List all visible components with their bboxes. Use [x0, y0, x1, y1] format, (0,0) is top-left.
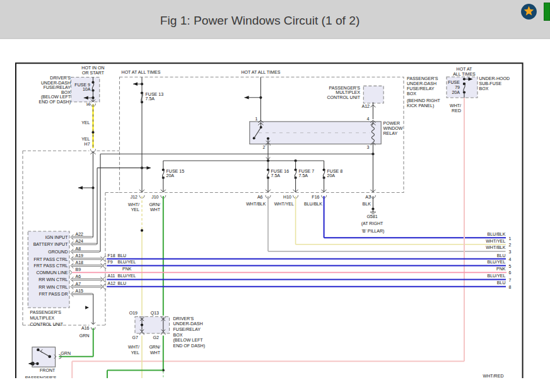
- svg-text:WHT: WHT: [150, 350, 161, 355]
- svg-text:WHT/RED: WHT/RED: [483, 374, 504, 378]
- svg-text:BLU: BLU: [118, 281, 127, 285]
- svg-text:3: 3: [509, 250, 512, 254]
- svg-text:G7: G7: [132, 335, 138, 340]
- svg-text:COMMUN LINE: COMMUN LINE: [36, 270, 67, 275]
- svg-text:A8: A8: [76, 246, 81, 251]
- svg-text:A24: A24: [76, 239, 84, 243]
- svg-text:20A: 20A: [167, 173, 175, 178]
- svg-text:7: 7: [509, 278, 512, 282]
- svg-text:FRT PASS CTRL: FRT PASS CTRL: [33, 263, 67, 268]
- svg-text:BOX: BOX: [61, 90, 71, 95]
- svg-text:GRN/: GRN/: [149, 202, 160, 207]
- svg-text:G2: G2: [153, 335, 159, 340]
- svg-text:(BEHIND RIGHT: (BEHIND RIGHT: [407, 98, 441, 103]
- svg-text:G581: G581: [366, 214, 377, 219]
- svg-text:A19: A19: [76, 253, 84, 258]
- svg-text:A11: A11: [108, 274, 115, 278]
- svg-text:BLU/YEL: BLU/YEL: [118, 274, 136, 278]
- svg-text:SUB-FUSE: SUB-FUSE: [479, 81, 502, 86]
- svg-text:GRN: GRN: [79, 333, 90, 338]
- svg-text:4: 4: [367, 117, 370, 121]
- svg-text:A6: A6: [257, 195, 263, 199]
- svg-text:B9: B9: [76, 267, 81, 272]
- svg-text:PNK: PNK: [496, 267, 506, 271]
- svg-text:WHT/YEL: WHT/YEL: [274, 202, 294, 206]
- svg-text:YEL: YEL: [131, 207, 139, 212]
- svg-text:END OF DASH): END OF DASH): [173, 343, 206, 349]
- svg-text:(AT RIGHT: (AT RIGHT: [361, 221, 383, 226]
- svg-text:BLU/BLK: BLU/BLK: [488, 232, 506, 236]
- svg-text:7.5A: 7.5A: [271, 173, 281, 178]
- svg-text:F9: F9: [108, 260, 113, 264]
- svg-text:YEL: YEL: [81, 137, 90, 141]
- svg-text:FUSE 15: FUSE 15: [167, 169, 185, 173]
- svg-text:FUSE/RELAY: FUSE/RELAY: [407, 86, 435, 91]
- svg-text:UNDER-DASH: UNDER-DASH: [173, 321, 203, 326]
- svg-text:FUSE/RELAY: FUSE/RELAY: [173, 327, 201, 331]
- svg-text:A7: A7: [76, 282, 81, 286]
- svg-text:CONTROL UNIT: CONTROL UNIT: [327, 95, 360, 100]
- svg-text:FUSE 9: FUSE 9: [74, 83, 90, 87]
- svg-text:20A: 20A: [452, 90, 460, 95]
- svg-text:1: 1: [255, 117, 258, 121]
- svg-text:5: 5: [509, 264, 512, 268]
- svg-text:CONTROL UNIT: CONTROL UNIT: [30, 322, 64, 326]
- svg-text:PASSENGER'S: PASSENGER'S: [30, 310, 62, 314]
- svg-text:PNK: PNK: [122, 267, 132, 271]
- svg-text:FRT PASS DR: FRT PASS DR: [39, 292, 68, 296]
- svg-text:BLU/BLK: BLU/BLK: [304, 202, 322, 206]
- svg-text:HOT IN ON: HOT IN ON: [81, 66, 104, 70]
- svg-text:RED: RED: [452, 108, 461, 113]
- svg-text:7.5A: 7.5A: [299, 173, 308, 178]
- svg-text:FUSE 8: FUSE 8: [327, 169, 343, 173]
- svg-text:20A: 20A: [327, 173, 336, 178]
- svg-text:BATTERY INPUT: BATTERY INPUT: [33, 242, 69, 246]
- svg-text:KICK PANEL): KICK PANEL): [407, 103, 434, 108]
- svg-text:J10: J10: [151, 195, 158, 199]
- svg-text:FRONT: FRONT: [40, 368, 56, 372]
- svg-text:PASSENGER'S: PASSENGER'S: [329, 86, 361, 90]
- svg-text:I4: I4: [86, 102, 90, 107]
- svg-text:GRN/: GRN/: [149, 345, 160, 349]
- svg-text:BLU: BLU: [497, 253, 506, 258]
- svg-text:BLU/YEL: BLU/YEL: [488, 260, 506, 264]
- svg-text:WHT: WHT: [150, 207, 161, 212]
- svg-text:'B' PILLAR): 'B' PILLAR): [361, 229, 384, 234]
- svg-text:A18: A18: [76, 260, 84, 265]
- svg-text:END OF DASH): END OF DASH): [38, 100, 71, 105]
- svg-text:WHT/: WHT/: [128, 202, 139, 207]
- svg-text:DRIVER'S: DRIVER'S: [50, 76, 71, 80]
- svg-text:GRN: GRN: [61, 351, 71, 355]
- svg-text:PASSENGER'S: PASSENGER'S: [407, 76, 438, 81]
- svg-text:FUSE 13: FUSE 13: [146, 92, 164, 96]
- svg-text:BLU/YEL: BLU/YEL: [488, 274, 506, 278]
- svg-text:FUSE 16: FUSE 16: [271, 169, 290, 173]
- svg-text:MULTIPLEX: MULTIPLEX: [336, 90, 360, 95]
- svg-text:WHT/BLK: WHT/BLK: [486, 245, 506, 250]
- svg-text:F16: F16: [312, 195, 319, 199]
- svg-text:WHT/YEL: WHT/YEL: [486, 239, 505, 243]
- svg-text:A12: A12: [361, 104, 370, 108]
- svg-text:POWER: POWER: [383, 121, 401, 125]
- svg-text:MULTIPLEX: MULTIPLEX: [30, 316, 55, 320]
- svg-text:YEL: YEL: [131, 350, 139, 355]
- svg-text:8: 8: [509, 285, 512, 289]
- svg-text:YEL: YEL: [81, 120, 90, 125]
- svg-text:HOT AT ALL TIMES: HOT AT ALL TIMES: [241, 70, 280, 74]
- svg-text:3: 3: [367, 145, 370, 149]
- svg-text:RR WIN CTRL: RR WIN CTRL: [38, 277, 67, 282]
- svg-text:BOX: BOX: [407, 91, 416, 96]
- svg-text:10A: 10A: [83, 87, 91, 91]
- svg-text:4: 4: [509, 257, 512, 262]
- svg-text:A15: A15: [76, 289, 84, 293]
- svg-text:79: 79: [455, 85, 460, 89]
- svg-text:BOX: BOX: [479, 86, 489, 91]
- svg-text:UNDER-DASH: UNDER-DASH: [41, 81, 71, 85]
- svg-text:BOX: BOX: [173, 333, 183, 337]
- svg-text:2: 2: [263, 145, 266, 149]
- svg-text:7.5A: 7.5A: [146, 96, 155, 101]
- svg-text:O19: O19: [129, 311, 138, 315]
- svg-text:FRT PASS CTRL: FRT PASS CTRL: [33, 257, 67, 262]
- svg-text:UNDER-HOOD: UNDER-HOOD: [479, 76, 510, 81]
- svg-text:F18: F18: [108, 253, 115, 258]
